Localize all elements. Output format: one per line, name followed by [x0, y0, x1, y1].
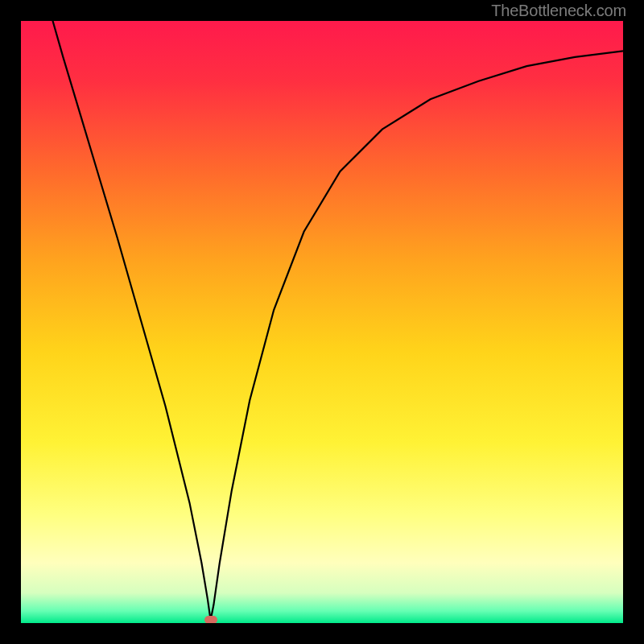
plot-area [21, 21, 623, 623]
minimum-marker [204, 616, 217, 623]
attribution-text: TheBottleneck.com [491, 2, 626, 20]
bottleneck-curve [21, 21, 623, 623]
chart-frame: TheBottleneck.com [0, 0, 644, 644]
